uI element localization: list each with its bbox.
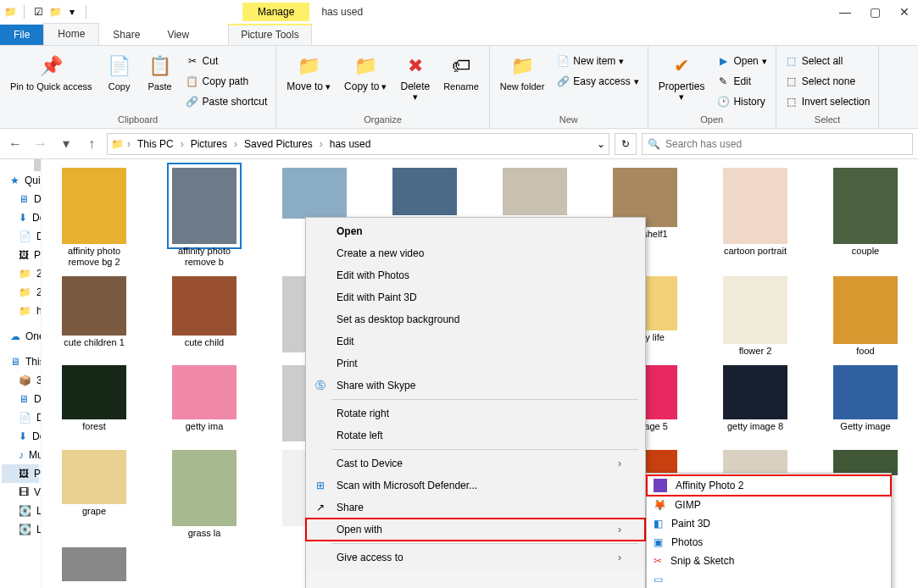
history-button[interactable]: 🕑History	[715, 93, 768, 110]
breadcrumb[interactable]: Pictures	[187, 136, 231, 152]
properties-button[interactable]: ✔Properties▾	[655, 51, 709, 103]
chevron-right-icon[interactable]: ›	[179, 138, 186, 150]
menu-edit-photos[interactable]: Edit with Photos	[306, 264, 645, 286]
sidebar-item-music[interactable]: ♪Music	[2, 446, 39, 464]
maximize-button[interactable]: ▢	[870, 5, 881, 19]
scrollbar[interactable]	[34, 159, 41, 171]
chevron-right-icon[interactable]: ›	[232, 138, 239, 150]
new-item-button[interactable]: 📄New item ▾	[554, 53, 640, 69]
sidebar-item-videos[interactable]: 🎞Videos	[2, 483, 39, 502]
menu-set-background[interactable]: Set as desktop background	[306, 308, 645, 330]
sidebar-item-downloads[interactable]: ⬇Downloads📌	[2, 208, 39, 227]
sidebar-item-desktop[interactable]: 🖥Desktop📌	[2, 190, 39, 208]
file-thumb[interactable]: cartoon portrait	[708, 168, 803, 268]
chevron-down-icon[interactable]: ⌄	[597, 138, 605, 150]
menu-open[interactable]: Open	[306, 220, 645, 242]
file-thumb[interactable]: cute children 1	[47, 276, 142, 357]
menu-cast-to-device[interactable]: Cast to Device›	[306, 452, 645, 474]
sidebar-item-documents[interactable]: 📄Documents📌	[2, 227, 39, 246]
minimize-button[interactable]: —	[839, 5, 851, 19]
open-button[interactable]: ▶Open ▾	[715, 53, 768, 69]
chevron-down-icon[interactable]: ▾	[65, 5, 79, 19]
invert-selection-button[interactable]: ⬚Invert selection	[783, 93, 872, 110]
file-thumb[interactable]: getty image 8	[708, 365, 803, 441]
up-button[interactable]: ↑	[81, 134, 102, 154]
sidebar-item-quick-access[interactable]: ★Quick access	[2, 171, 39, 190]
file-thumb[interactable]: flower 2	[708, 276, 803, 357]
submenu-photos[interactable]: ▣Photos	[647, 533, 891, 552]
sidebar-item-onedrive[interactable]: ☁OneDrive	[2, 327, 39, 346]
search-field[interactable]	[665, 138, 907, 150]
sidebar-item-this-pc[interactable]: 🖥This PC	[2, 352, 39, 371]
submenu-gimp[interactable]: 🦊GIMP	[647, 496, 891, 514]
sidebar-item-folder[interactable]: 📁2022-12-9 how t	[2, 283, 39, 302]
rename-button[interactable]: 🏷Rename	[440, 51, 482, 93]
move-to-button[interactable]: 📁Move to ▾	[283, 51, 334, 93]
menu-rotate-right[interactable]: Rotate right	[306, 402, 645, 424]
file-thumb[interactable]: food	[818, 276, 913, 357]
submenu-paint3d[interactable]: ◧Paint 3D	[647, 514, 891, 533]
search-input[interactable]: 🔍	[642, 133, 913, 155]
menu-scan-defender[interactable]: ⊞Scan with Microsoft Defender...	[306, 474, 645, 496]
chevron-right-icon[interactable]: ›	[125, 138, 132, 150]
breadcrumb[interactable]: has used	[326, 136, 375, 152]
menu-print[interactable]: Print	[306, 352, 645, 374]
menu-share[interactable]: ↗Share	[306, 496, 645, 519]
file-thumb[interactable]: Getty image	[818, 365, 913, 441]
easy-access-button[interactable]: 🔗Easy access ▾	[554, 73, 640, 90]
file-thumb[interactable]: cute child	[157, 276, 252, 357]
folder-icon[interactable]: 📁	[48, 5, 62, 19]
submenu-snip-sketch[interactable]: ✂Snip & Sketch	[647, 552, 891, 570]
submenu-affinity-photo-2[interactable]: Affinity Photo 2	[647, 475, 891, 496]
tab-view[interactable]: View	[153, 25, 203, 45]
copy-to-button[interactable]: 📁Copy to ▾	[341, 51, 390, 93]
sidebar-item-downloads[interactable]: ⬇Downloads	[2, 427, 39, 446]
sidebar-item-folder[interactable]: 📁2022-12-09 how	[2, 264, 39, 283]
select-none-button[interactable]: ⬚Select none	[783, 73, 872, 90]
breadcrumb[interactable]: This PC	[134, 136, 177, 152]
sidebar-item-folder[interactable]: 📁has used	[2, 302, 39, 320]
cut-button[interactable]: ✂Cut	[184, 53, 270, 69]
menu-rotate-left[interactable]: Rotate left	[306, 424, 645, 447]
back-button[interactable]: ←	[5, 134, 25, 154]
tab-home[interactable]: Home	[43, 23, 99, 45]
tab-share[interactable]: Share	[99, 25, 153, 45]
copy-button[interactable]: 📄Copy	[103, 51, 136, 93]
file-thumb[interactable]: affinity photo remove bg 2	[47, 168, 142, 268]
sidebar-item-documents[interactable]: 📄Documents	[2, 408, 39, 427]
chevron-right-icon[interactable]: ›	[318, 138, 325, 150]
refresh-button[interactable]: ↻	[615, 133, 637, 155]
sidebar-item-local-disk-d[interactable]: 💽Local Disk (D:)	[2, 520, 39, 539]
menu-open-with[interactable]: Open with›	[306, 519, 645, 541]
pin-to-quick-access-button[interactable]: 📌Pin to Quick access	[7, 51, 96, 93]
paste-button[interactable]: 📋Paste	[143, 51, 177, 93]
checkbox-icon[interactable]: ☑	[31, 5, 45, 19]
tab-picture-tools[interactable]: Picture Tools	[228, 24, 311, 45]
sidebar-item-3d-objects[interactable]: 📦3D Objects	[2, 371, 39, 390]
delete-button[interactable]: ✖Delete▾	[397, 51, 433, 103]
sidebar-item-desktop[interactable]: 🖥Desktop	[2, 390, 39, 408]
file-thumb-selected[interactable]: affinity photo remove b	[157, 168, 252, 268]
menu-share-skype[interactable]: ⓈShare with Skype	[306, 374, 645, 397]
select-all-button[interactable]: ⬚Select all	[783, 53, 872, 69]
copy-path-button[interactable]: 📋Copy path	[184, 73, 270, 90]
menu-give-access-to[interactable]: Give access to›	[306, 546, 645, 569]
file-thumb[interactable]: grass la	[157, 450, 252, 539]
breadcrumb[interactable]: Saved Pictures	[241, 136, 316, 152]
address-bar[interactable]: 📁 › This PC › Pictures › Saved Pictures …	[107, 133, 609, 155]
edit-button[interactable]: ✎Edit	[715, 73, 768, 90]
tab-file[interactable]: File	[0, 25, 43, 45]
sidebar-item-local-disk-c[interactable]: 💽Local Disk (C:)	[2, 502, 39, 520]
new-folder-button[interactable]: 📁New folder	[497, 51, 548, 93]
menu-create-video[interactable]: Create a new video	[306, 242, 645, 264]
manage-context-tab[interactable]: Manage	[242, 3, 309, 21]
paste-shortcut-button[interactable]: 🔗Paste shortcut	[184, 93, 270, 110]
file-thumb[interactable]: grape	[47, 450, 142, 539]
close-button[interactable]: ✕	[899, 5, 910, 19]
recent-locations-button[interactable]: ▾	[56, 134, 76, 154]
file-thumb[interactable]	[47, 547, 142, 581]
file-thumb[interactable]: forest	[47, 365, 142, 441]
submenu-more[interactable]: ▭	[647, 570, 891, 588]
sidebar-item-pictures[interactable]: 🖼Pictures	[2, 464, 39, 483]
sidebar-item-pictures[interactable]: 🖼Pictures📌	[2, 246, 39, 264]
